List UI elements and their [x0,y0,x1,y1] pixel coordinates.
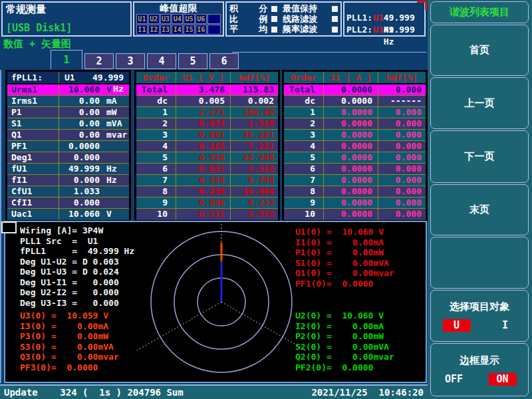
pll-frequency: 49.999 Hz [384,24,422,36]
peak-cell: U5 [184,14,195,24]
value-cell: 0.0000 [324,198,378,208]
indicator-square [332,6,338,12]
datetime-label: 2021/11/25 10:46:20 [311,387,429,398]
hdf-cell: 10.408 [231,186,278,197]
border-display-options: OFFON [431,373,528,386]
phase1-line: U1(0) = 10.060 V [295,227,394,237]
item-unit: V [102,209,129,220]
item-unit [102,198,129,208]
order-cell: 8 [136,186,176,197]
table-row: 9 0.0000 0.000 [284,198,426,209]
value-cell: 0.165 [176,141,231,152]
border-option[interactable]: ON [489,373,517,386]
hdf-cell: 35.281 [231,130,278,140]
phase1-values-block: U1(0) = 10.060 VI1(0) = 0.00mAP1(0) = 0.… [295,227,394,289]
indicator-square [332,16,338,22]
hdf-cell: 0.000 [378,130,426,140]
page-tab[interactable]: 3 [116,53,145,69]
page-tab[interactable]: 6 [209,53,239,69]
order-cell: 4 [136,141,176,152]
item-unit: mVA [102,118,129,129]
item-name: fU1 [7,164,59,174]
object-option[interactable]: U [443,319,471,332]
order-cell: 3 [284,130,324,140]
value-cell: 0.0000 [324,175,378,186]
phase2-line: U2(0) = 10.060 V [295,311,394,321]
hdf-header: hdf[%] [231,72,278,83]
power-analyzer-screen: 常规测量 [USB Disk1] 峰值超限 U1U2U3U4U5U6 I1I2I… [0,0,532,399]
hdf-cell: 0.000 [378,209,426,220]
phase1-line: Q1(0) = 0.00mvar [295,268,394,279]
peak-overlimit-title: 峰值超限 [136,3,221,13]
value-cell: 0.0000 [324,152,378,163]
peak-cell: U3 [160,14,172,24]
peak-cell: U2 [148,14,160,24]
phase3-line: P3(0) = 0.00mW [20,331,119,342]
item-value: 0.000 [59,175,102,186]
phase3-line: S3(0) = 0.00mVA [20,342,119,352]
pll-source: U1 [373,12,384,24]
order-cell: 6 [284,164,324,174]
table-row: fI1 0.000 Hz [7,175,129,186]
peak-cell: U1 [136,14,148,24]
item-name: Deg1 [7,152,59,163]
page-tab[interactable]: 4 [147,53,176,69]
order-cell: 8 [284,186,324,197]
indicator-row: 积 分 [229,4,277,13]
hdf-header: hdf[%] [378,72,426,83]
info-line: fPLL1 = 49.999 Hz [20,246,134,257]
table-row: Q1 0.00 mvar [7,130,129,141]
peak-cell: U4 [172,14,183,24]
order-cell: dc [284,96,324,106]
value-cell: 0.034 [176,118,231,129]
order-header: Order [136,72,176,83]
value-cell: 0.801 [176,130,231,140]
pll-frequency: 49.999 Hz [384,12,422,24]
item-name: PF1 [7,141,59,152]
order-cell: 1 [284,107,324,118]
last-page-button[interactable]: 末页 [430,184,529,235]
page-tab[interactable]: 1 [51,50,82,69]
item-value: 0.00 [59,118,102,129]
phase2-line: PF2(0)= 0.0000 [295,362,394,373]
indicator-label: 平 均 [229,23,267,35]
page-tabs: 123456 [51,49,239,69]
pll-box: PLL1: U1 49.999 Hz PLL2: U1 49.999 Hz [343,1,426,37]
peak-cell: I5 [184,25,195,35]
item-value: 0.00 [59,96,102,106]
filter-indicator-box: 积 分比 例平 均 最值保持线路滤波频率滤波 [225,1,342,37]
fpll-value: 49.999 Hz [84,72,129,83]
indicator-col-right: 最值保持线路滤波频率滤波 [283,4,338,34]
phase2-line: P2(0) = 0.00mW [295,331,394,342]
hdf-cell: 0.000 [378,175,426,186]
next-page-button[interactable]: 下一页 [430,130,529,183]
table-row: 2 0.0000 0.000 [284,118,426,130]
object-option[interactable]: I [494,319,517,332]
select-item-object-button[interactable]: 选择项目对象 UI [430,290,529,342]
phase1-line: PF1(0)= 0.0000 [295,279,394,289]
softkey-sidebar: 谐波列表项目 首页 上一页 下一页 末页 选择项目对象 UI 边框显示 OFFO… [428,0,532,399]
table-row: Total 0.0000 0.000 [284,84,426,96]
prev-page-button[interactable]: 上一页 [430,77,529,129]
item-name: CfI1 [7,198,59,208]
order-cell: 6 [136,164,176,174]
table-row: 7 0.0000 0.000 [284,175,426,186]
border-option[interactable]: OFF [443,373,466,386]
phase3-line: U3(0) = 10.059 V [20,311,119,321]
border-display-button[interactable]: 边框显示 OFFON [430,343,529,396]
item-unit: Hz [102,164,129,174]
home-page-button[interactable]: 首页 [430,25,529,76]
order-cell: dc [136,96,176,106]
item-unit: mW [102,107,129,118]
empty-softkey-button[interactable] [430,237,529,289]
indicator-row: 最值保持 [283,4,338,13]
order-cell: Total [284,84,324,95]
hdf-cell: 115.83 [231,84,278,95]
tab-strip-line [232,52,426,53]
update-counter: Update 324 ( 1s ) 204796 Sum [0,387,184,398]
order-cell: 2 [284,118,324,129]
pll-row: PLL2: U1 49.999 Hz [346,24,422,36]
page-tab[interactable]: 5 [178,53,207,69]
page-tab[interactable]: 2 [84,53,114,69]
value-cell: 0.0000 [324,130,378,140]
